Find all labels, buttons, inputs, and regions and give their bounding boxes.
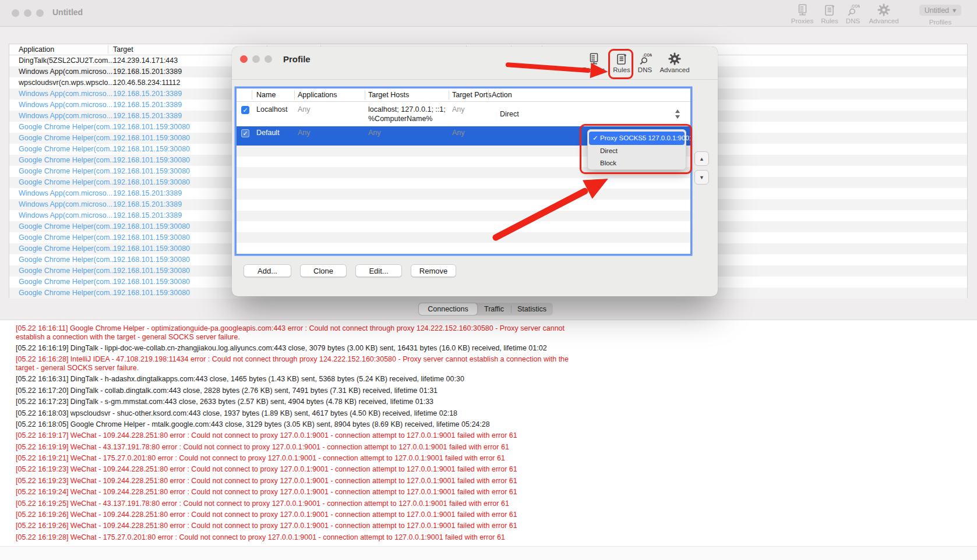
- toolbar-proxies-button[interactable]: Proxies: [786, 2, 818, 24]
- scroll-icon: [609, 51, 634, 65]
- rule-name: Localhost: [256, 105, 288, 114]
- connection-application: Google Chrome Helper(com...: [19, 233, 116, 242]
- tab-connections[interactable]: Connections: [419, 303, 477, 315]
- rules-table-empty-row: [237, 221, 690, 232]
- com-search-icon: .COM: [841, 2, 865, 16]
- col-applications: Applications: [298, 91, 337, 99]
- rules-table: Name Applications Target Hosts Target Po…: [237, 88, 690, 254]
- rules-table-empty-row: [237, 243, 690, 254]
- up-triangle-icon: ▲: [699, 156, 704, 162]
- log-entry: [05.22 16:19:17] WeChat - 109.244.228.25…: [16, 431, 965, 440]
- dialog-close-button[interactable]: [240, 55, 248, 63]
- connection-target: 192.168.15.201:3389: [113, 90, 182, 98]
- toolbar-advanced-button[interactable]: Advanced: [866, 2, 901, 24]
- rules-table-empty-row: [237, 189, 690, 200]
- rule-applications: Any: [298, 105, 311, 114]
- log-entry: [05.22 16:16:11] Google Chrome Helper - …: [16, 324, 965, 341]
- log-entries: [05.22 16:16:11] Google Chrome Helper - …: [16, 324, 965, 541]
- tab-traffic[interactable]: Traffic: [477, 303, 511, 315]
- col-target[interactable]: Target: [113, 45, 133, 54]
- connection-target: 192.168.101.159:30080: [113, 167, 190, 175]
- dialog-toolbar-proxies-button[interactable]: Proxies: [579, 51, 608, 73]
- dialog-toolbar-dns-button[interactable]: .COM DNS: [634, 51, 656, 73]
- profiles-caption: Profiles: [919, 19, 961, 26]
- scroll-icon: [817, 2, 842, 16]
- log-entry: [05.22 16:19:25] WeChat - 43.137.191.78:…: [16, 499, 965, 508]
- log-entry: [05.22 16:17:23] DingTalk - s-gm.mmstat.…: [16, 398, 965, 406]
- rules-table-header: Name Applications Target Hosts Target Po…: [237, 88, 690, 102]
- col-action: Action: [492, 91, 512, 99]
- connection-target: 192.168.15.201:3389: [113, 101, 182, 109]
- tab-statistics[interactable]: Statistics: [512, 303, 552, 315]
- connection-application: Google Chrome Helper(com...: [19, 244, 116, 253]
- log-entry: [05.22 16:19:19] WeChat - 43.137.191.78:…: [16, 443, 965, 452]
- col-application[interactable]: Application: [19, 45, 54, 54]
- rule-name: Default: [256, 129, 280, 137]
- rule-target-hosts: Any: [368, 129, 381, 137]
- connection-target: 192.168.15.201:3389: [113, 112, 182, 120]
- action-stepper-icon[interactable]: [675, 109, 681, 119]
- log-entry: [05.22 16:19:26] WeChat - 109.244.228.25…: [16, 511, 965, 519]
- connection-application: Google Chrome Helper(com...: [19, 278, 116, 286]
- connection-application: Google Chrome Helper(com...: [19, 267, 116, 275]
- connection-target: 192.168.101.159:30080: [113, 233, 190, 242]
- connection-application: Windows App(com.microso...: [19, 200, 112, 208]
- rules-table-empty-row: [237, 232, 690, 243]
- action-menu-item[interactable]: ✓ Proxy SOCKS5 127.0.0.1:9001: [589, 132, 685, 145]
- dialog-zoom-button[interactable]: [264, 55, 272, 63]
- rule-action: Direct: [500, 110, 519, 118]
- clone-button[interactable]: Clone: [300, 264, 347, 277]
- col-target-hosts: Target Hosts: [368, 91, 409, 99]
- profiles-dropdown[interactable]: Untitled▾: [919, 5, 961, 16]
- connection-application: Google Chrome Helper(com...: [19, 256, 116, 264]
- connection-target: 192.168.101.159:30080: [113, 134, 190, 142]
- toolbar-rules-button[interactable]: Rules: [817, 2, 842, 24]
- rule-row-localhost[interactable]: ✓ Localhost Any localhost; 127.0.0.1; ::…: [237, 102, 690, 126]
- action-menu-item[interactable]: Direct: [589, 145, 685, 157]
- dialog-toolbar-rules-button[interactable]: Rules: [609, 51, 634, 73]
- rule-target-ports: Any: [452, 129, 465, 137]
- connection-application: Google Chrome Helper(com...: [19, 123, 116, 131]
- close-button[interactable]: [12, 9, 19, 17]
- move-rule-down-button[interactable]: ▼: [694, 170, 709, 185]
- connection-application: Windows App(com.microso...: [19, 68, 112, 76]
- edit-button[interactable]: Edit...: [355, 264, 402, 277]
- log-entry: [05.22 16:17:20] DingTalk - collab.dingt…: [16, 387, 965, 395]
- rules-table-empty-row: [237, 211, 690, 222]
- log-panel[interactable]: [05.22 16:16:11] Google Chrome Helper - …: [0, 320, 977, 546]
- rule-target-hosts: localhost; 127.0.0.1; ::1; %ComputerName…: [368, 105, 446, 123]
- connection-application: Windows App(com.microso...: [19, 189, 112, 197]
- server-icon: [786, 2, 818, 16]
- minimize-button[interactable]: [24, 9, 31, 17]
- connection-target: 192.168.101.159:30080: [113, 145, 190, 153]
- connection-target: 192.168.101.159:30080: [113, 123, 190, 131]
- log-entry: [05.22 16:16:31] DingTalk - h-adashx.din…: [16, 375, 965, 384]
- rule-checkbox[interactable]: ✓: [241, 106, 249, 114]
- rule-applications: Any: [298, 129, 311, 137]
- col-name: Name: [256, 91, 276, 99]
- dialog-minimize-button[interactable]: [252, 55, 260, 63]
- connection-application: Windows App(com.microso...: [19, 90, 112, 98]
- connection-application: Google Chrome Helper(com...: [19, 145, 116, 153]
- connection-application: DingTalk(5ZSL2CJU2T.com...: [19, 56, 114, 65]
- connection-target: 124.239.14.171:443: [113, 56, 178, 65]
- rule-checkbox[interactable]: ✓: [241, 129, 249, 137]
- com-search-icon: .COM: [634, 51, 656, 65]
- add-button[interactable]: Add...: [244, 264, 291, 277]
- connection-target: 192.168.101.159:30080: [113, 289, 190, 297]
- dialog-toolbar-advanced-button[interactable]: Advanced: [657, 51, 692, 73]
- bottom-scrollbar-track[interactable]: [0, 546, 977, 560]
- remove-button[interactable]: Remove: [411, 264, 456, 277]
- connection-target: 192.168.101.159:30080: [113, 222, 190, 231]
- log-entry: [05.22 16:18:05] Google Chrome Helper - …: [16, 420, 965, 429]
- move-rule-up-button[interactable]: ▲: [694, 151, 709, 166]
- log-entry: [05.22 16:16:19] DingTalk - lippi-doc-we…: [16, 344, 965, 353]
- zoom-button[interactable]: [36, 9, 44, 17]
- connection-target: 192.168.15.201:3389: [113, 68, 182, 76]
- checkmark-icon: ✓: [592, 132, 599, 145]
- connection-target: 192.168.15.201:3389: [113, 211, 182, 219]
- toolbar-dns-button[interactable]: .COM DNS: [841, 2, 865, 24]
- rule-target-ports: Any: [452, 105, 465, 114]
- profile-dialog-titlebar: Profile Proxies Rules: [232, 47, 718, 80]
- action-menu-item[interactable]: Block: [589, 157, 685, 169]
